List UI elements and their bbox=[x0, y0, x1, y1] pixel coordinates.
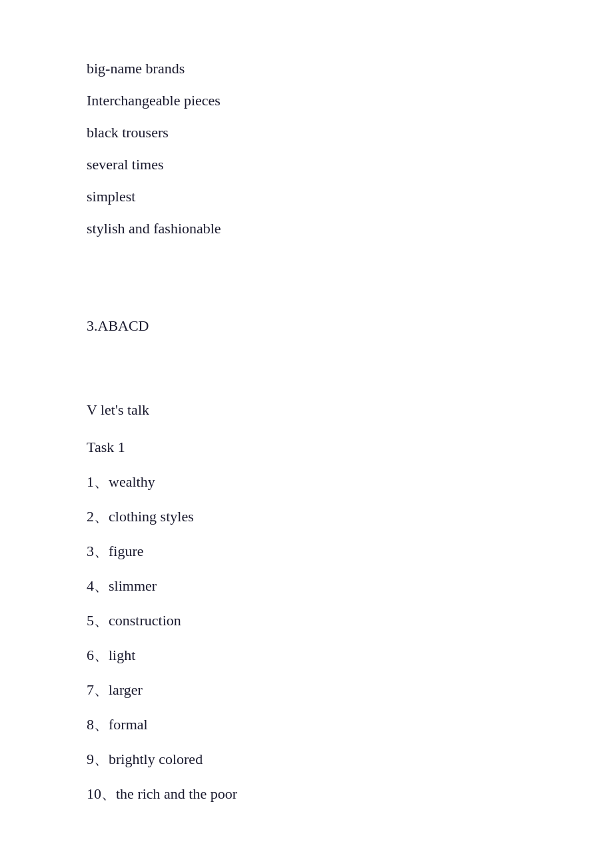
list-item: 1、wealthy bbox=[87, 472, 526, 492]
list-item: 8、formal bbox=[87, 715, 526, 735]
item-number: 5、 bbox=[87, 612, 109, 629]
item-text: slimmer bbox=[109, 577, 157, 594]
phrases-section: big-name brands Interchangeable pieces b… bbox=[87, 60, 526, 237]
list-item: 2、clothing styles bbox=[87, 507, 526, 527]
item-text: the rich and the poor bbox=[116, 785, 237, 802]
item-number: 4、 bbox=[87, 577, 109, 594]
phrase-list: big-name brands Interchangeable pieces b… bbox=[87, 60, 526, 237]
list-item: 5、construction bbox=[87, 611, 526, 631]
list-item: 3、figure bbox=[87, 541, 526, 561]
list-item: 6、light bbox=[87, 645, 526, 665]
item-text: wealthy bbox=[109, 473, 155, 490]
list-item: 10、the rich and the poor bbox=[87, 784, 526, 804]
list-item: stylish and fashionable bbox=[87, 220, 526, 237]
item-number: 6、 bbox=[87, 647, 109, 663]
item-number: 2、 bbox=[87, 508, 109, 525]
item-number: 1、 bbox=[87, 473, 109, 490]
list-item: several times bbox=[87, 156, 526, 173]
list-item: Interchangeable pieces bbox=[87, 92, 526, 109]
list-item: 7、larger bbox=[87, 680, 526, 700]
item-number: 9、 bbox=[87, 751, 109, 767]
list-item: black trousers bbox=[87, 124, 526, 141]
list-item: 4、slimmer bbox=[87, 576, 526, 596]
item-number: 3、 bbox=[87, 543, 109, 559]
section-title: V let's talk bbox=[87, 401, 526, 419]
list-item: big-name brands bbox=[87, 60, 526, 77]
task-label: Task 1 bbox=[87, 439, 526, 456]
item-text: larger bbox=[109, 681, 143, 698]
item-number: 7、 bbox=[87, 681, 109, 698]
item-text: construction bbox=[109, 612, 181, 629]
lets-talk-section: V let's talk Task 1 1、wealthy 2、clothing… bbox=[87, 401, 526, 804]
item-number: 10、 bbox=[87, 785, 116, 802]
numbered-list: 1、wealthy 2、clothing styles 3、figure 4、s… bbox=[87, 472, 526, 804]
item-text: clothing styles bbox=[109, 508, 194, 525]
section-label-block: 3.ABACD bbox=[87, 317, 526, 335]
item-text: formal bbox=[109, 716, 148, 733]
item-text: light bbox=[109, 647, 135, 663]
item-text: brightly colored bbox=[109, 751, 203, 767]
section-label: 3.ABACD bbox=[87, 317, 526, 335]
item-text: figure bbox=[109, 543, 144, 559]
list-item: simplest bbox=[87, 188, 526, 205]
list-item: 9、brightly colored bbox=[87, 749, 526, 769]
item-number: 8、 bbox=[87, 716, 109, 733]
